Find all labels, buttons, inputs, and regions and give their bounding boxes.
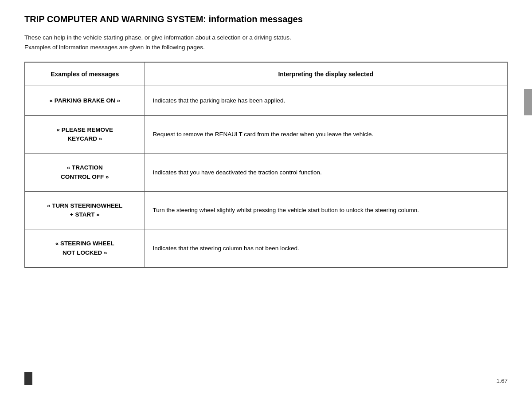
table-row: « TRACTIONCONTROL OFF »Indicates that yo… bbox=[25, 154, 507, 192]
intro-line2: Examples of information messages are giv… bbox=[24, 44, 205, 51]
bottom-bar bbox=[24, 372, 32, 385]
table-header-row: Examples of messages Interpreting the di… bbox=[25, 62, 507, 86]
interpret-cell-3: Turn the steering wheel slightly whilst … bbox=[145, 191, 507, 229]
interpret-cell-0: Indicates that the parking brake has bee… bbox=[145, 86, 507, 116]
page-container: TRIP COMPUTER AND WARNING SYSTEM: inform… bbox=[0, 0, 532, 281]
sidebar-tab bbox=[524, 89, 532, 115]
table-body: « PARKING BRAKE ON »Indicates that the p… bbox=[25, 86, 507, 268]
message-cell-0: « PARKING BRAKE ON » bbox=[25, 86, 145, 116]
col-header-interpreting: Interpreting the display selected bbox=[145, 62, 507, 86]
interpret-cell-1: Request to remove the RENAULT card from … bbox=[145, 115, 507, 154]
message-cell-1: « PLEASE REMOVEKEYCARD » bbox=[25, 115, 145, 154]
intro-line1: These can help in the vehicle starting p… bbox=[24, 34, 291, 41]
page-title: TRIP COMPUTER AND WARNING SYSTEM: inform… bbox=[24, 13, 508, 25]
table-row: « PARKING BRAKE ON »Indicates that the p… bbox=[25, 86, 507, 116]
col-header-messages: Examples of messages bbox=[25, 62, 145, 86]
intro-text: These can help in the vehicle starting p… bbox=[24, 33, 508, 52]
page-number: 1.67 bbox=[497, 378, 508, 384]
interpret-cell-2: Indicates that you have deactivated the … bbox=[145, 154, 507, 192]
message-cell-4: « STEERING WHEELNOT LOCKED » bbox=[25, 229, 145, 268]
message-cell-2: « TRACTIONCONTROL OFF » bbox=[25, 154, 145, 192]
interpret-cell-4: Indicates that the steering column has n… bbox=[145, 229, 507, 268]
table-row: « STEERING WHEELNOT LOCKED »Indicates th… bbox=[25, 229, 507, 268]
info-messages-table: Examples of messages Interpreting the di… bbox=[24, 62, 508, 268]
message-cell-3: « TURN STEERINGWHEEL+ START » bbox=[25, 191, 145, 229]
table-row: « PLEASE REMOVEKEYCARD »Request to remov… bbox=[25, 115, 507, 154]
table-row: « TURN STEERINGWHEEL+ START »Turn the st… bbox=[25, 191, 507, 229]
